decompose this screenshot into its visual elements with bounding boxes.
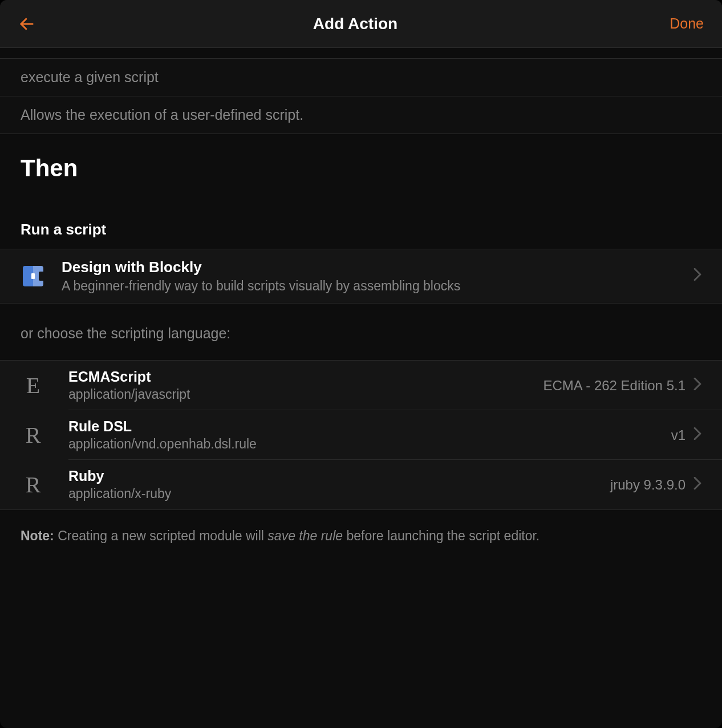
- svg-rect-1: [31, 273, 35, 279]
- language-title: ECMAScript: [68, 369, 543, 385]
- note-text2: before launching the script editor.: [343, 528, 540, 543]
- spacer: [0, 48, 722, 58]
- note-bold: Note:: [21, 528, 54, 543]
- back-button[interactable]: [18, 15, 52, 33]
- page-title: Add Action: [52, 15, 658, 33]
- chevron-right-icon: [693, 477, 701, 493]
- language-option-ruledsl[interactable]: R Rule DSL application/vnd.openhab.dsl.r…: [0, 410, 722, 460]
- language-letter: E: [21, 372, 46, 399]
- language-version: v1: [671, 427, 686, 443]
- chevron-right-icon: [693, 378, 701, 394]
- blockly-title: Design with Blockly: [62, 258, 693, 276]
- language-subtitle: application/javascript: [68, 387, 543, 402]
- chevron-right-icon: [693, 427, 701, 443]
- note-italic: save the rule: [267, 528, 343, 543]
- chevron-right-icon: [693, 268, 701, 284]
- language-content: Ruby application/x-ruby: [68, 468, 610, 501]
- choose-language-label: or choose the scripting language:: [0, 304, 722, 360]
- language-letter: R: [21, 422, 46, 448]
- language-title: Ruby: [68, 468, 610, 484]
- action-description: Allows the execution of a user-defined s…: [0, 96, 722, 134]
- blockly-subtitle: A beginner-friendly way to build scripts…: [62, 278, 693, 294]
- language-list: E ECMAScript application/javascript ECMA…: [0, 360, 722, 510]
- note-text1: Creating a new scripted module will: [54, 528, 268, 543]
- back-arrow-icon: [18, 15, 35, 33]
- blockly-option[interactable]: Design with Blockly A beginner-friendly …: [0, 249, 722, 304]
- language-subtitle: application/x-ruby: [68, 486, 610, 501]
- language-title: Rule DSL: [68, 418, 671, 435]
- language-version: jruby 9.3.9.0: [610, 477, 686, 493]
- run-script-label: Run a script: [0, 221, 722, 249]
- then-title: Then: [21, 155, 701, 182]
- language-content: Rule DSL application/vnd.openhab.dsl.rul…: [68, 418, 671, 452]
- language-option-ruby[interactable]: R Ruby application/x-ruby jruby 9.3.9.0: [0, 460, 722, 509]
- language-version: ECMA - 262 Edition 5.1: [543, 378, 686, 394]
- done-button[interactable]: Done: [658, 15, 704, 32]
- blockly-content: Design with Blockly A beginner-friendly …: [62, 258, 693, 294]
- language-letter: R: [21, 471, 46, 498]
- language-content: ECMAScript application/javascript: [68, 369, 543, 402]
- blockly-icon: [21, 264, 46, 289]
- then-section: Then: [0, 134, 722, 221]
- input-section: execute a given script Allows the execut…: [0, 58, 722, 134]
- action-name-input[interactable]: execute a given script: [0, 59, 722, 96]
- language-option-ecmascript[interactable]: E ECMAScript application/javascript ECMA…: [0, 361, 722, 410]
- language-subtitle: application/vnd.openhab.dsl.rule: [68, 436, 671, 452]
- header: Add Action Done: [0, 0, 722, 48]
- note-section: Note: Creating a new scripted module wil…: [0, 510, 722, 562]
